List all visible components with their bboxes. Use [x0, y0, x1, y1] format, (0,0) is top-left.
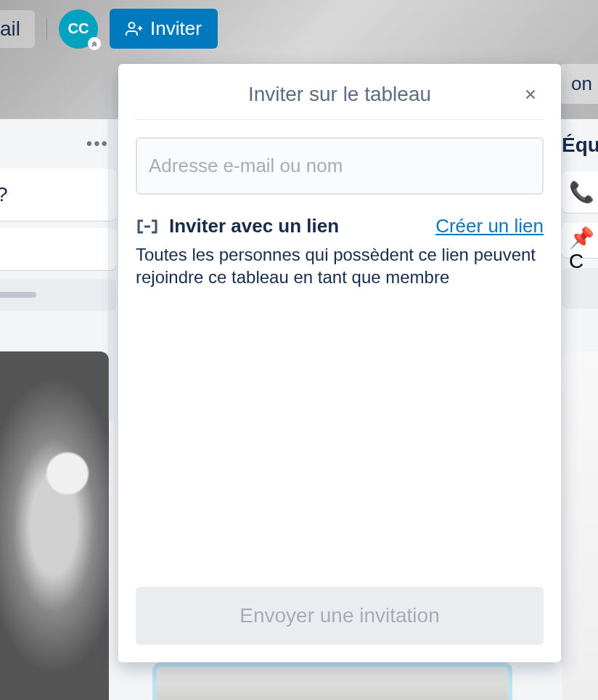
card-text-partial: ? — [0, 183, 8, 205]
list-column-left-partial: ••• ? — [0, 119, 116, 311]
invite-link-row: Inviter avec un lien Créer un lien — [136, 215, 544, 237]
close-button[interactable] — [517, 81, 544, 107]
list-title-partial[interactable]: Équ — [562, 119, 598, 171]
card-item[interactable]: 📞 — [562, 171, 598, 213]
svg-point-0 — [129, 23, 135, 28]
header-bar: ail CC Inviter — [0, 9, 218, 49]
invite-link-title: Inviter avec un lien — [169, 215, 339, 237]
list-column-right-partial: Équ 📞 📌C — [562, 119, 598, 309]
scroll-shadow — [108, 64, 118, 421]
email-or-name-input[interactable] — [136, 137, 544, 195]
card-text-partial: C — [569, 250, 583, 272]
modal-header: Inviter sur le tableau — [136, 76, 544, 120]
placeholder-stripe — [0, 292, 36, 298]
member-avatar[interactable]: CC — [59, 9, 98, 49]
invite-link-label-group: Inviter avec un lien — [136, 215, 339, 237]
send-invitation-button[interactable]: Envoyer une invitation — [136, 587, 544, 645]
invite-modal: Inviter sur le tableau Inviter avec un l… — [118, 64, 561, 662]
close-icon — [523, 86, 538, 102]
board-title-partial[interactable]: ail — [0, 10, 35, 48]
pin-icon: 📌 — [569, 227, 594, 249]
person-add-icon — [126, 20, 143, 38]
card-item[interactable]: ? — [0, 168, 116, 221]
invite-button-label: Inviter — [150, 17, 202, 40]
header-divider — [46, 18, 47, 40]
card-cover-image-left[interactable] — [0, 351, 109, 700]
header-right-button-partial[interactable]: on — [560, 64, 598, 104]
modal-title: Inviter sur le tableau — [248, 83, 431, 105]
card-item[interactable]: 📌C — [562, 223, 598, 258]
invite-button[interactable]: Inviter — [110, 9, 218, 49]
add-card-button[interactable] — [0, 279, 116, 311]
more-horizontal-icon: ••• — [86, 134, 109, 154]
avatar-badge — [88, 37, 101, 50]
card-cover-image-center[interactable] — [152, 662, 512, 700]
add-card-button[interactable] — [562, 268, 598, 309]
modal-spacer — [136, 303, 544, 587]
link-bracket-icon — [136, 218, 159, 235]
card-item[interactable] — [0, 228, 116, 270]
phone-icon: 📞 — [569, 181, 594, 203]
avatar-initials: CC — [68, 20, 89, 37]
card-cover-image-right[interactable] — [562, 351, 598, 700]
list-menu[interactable]: ••• — [0, 119, 116, 168]
create-link-button[interactable]: Créer un lien — [435, 215, 544, 237]
invite-link-description: Toutes les personnes qui possèdent ce li… — [136, 243, 544, 288]
